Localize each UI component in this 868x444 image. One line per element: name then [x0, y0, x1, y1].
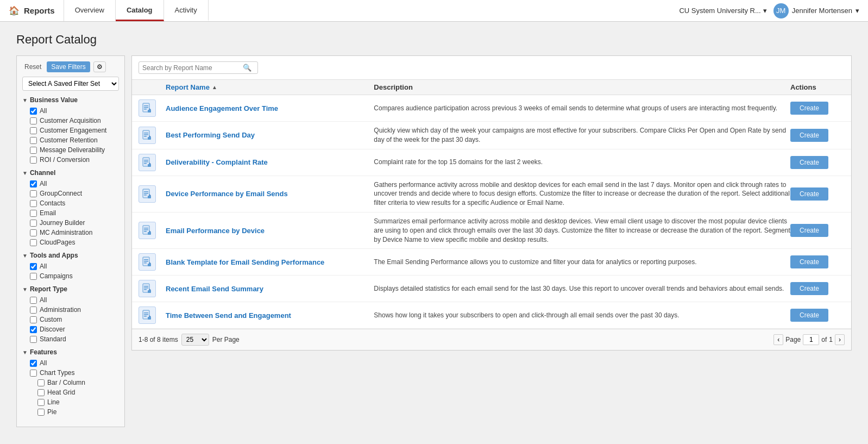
filter-ft-heat-grid: Heat Grid [22, 387, 119, 397]
reset-button[interactable]: Reset [22, 62, 43, 72]
svg-rect-19 [144, 191, 148, 192]
report-description: Complaint rate for the top 15 domains fo… [374, 158, 790, 167]
filter-ch-contacts: Contacts [22, 198, 119, 208]
channel-header[interactable]: ▼ Channel [22, 169, 119, 177]
svg-rect-13 [144, 160, 148, 161]
checkbox-rt-standard[interactable] [30, 336, 37, 343]
create-button[interactable]: Create [790, 187, 828, 201]
report-table-body: Audience Engagement Over Time Compares a… [132, 95, 851, 329]
table-row: Device Performance by Email Sends Gather… [132, 176, 851, 212]
checkbox-ft-line[interactable] [37, 399, 45, 406]
svg-marker-41 [149, 289, 151, 290]
checkbox-ft-bar-column[interactable] [37, 379, 45, 386]
report-name[interactable]: Blank Template for Email Sending Perform… [166, 258, 374, 266]
checkbox-ch-journey-builder[interactable] [30, 220, 37, 227]
checkbox-bv-message-deliverability[interactable] [30, 147, 37, 154]
tab-catalog[interactable]: Catalog [116, 0, 164, 21]
report-icon-cell [139, 99, 166, 117]
filter-bv-customer-acquisition: Customer Acquisition [22, 116, 119, 126]
save-filters-button[interactable]: Save Filters [47, 61, 90, 72]
checkbox-ch-contacts[interactable] [30, 200, 37, 207]
checkbox-ft-pie[interactable] [37, 409, 45, 416]
create-button[interactable]: Create [790, 156, 828, 169]
table-row: Audience Engagement Over Time Compares a… [132, 95, 851, 122]
report-type-arrow: ▼ [22, 286, 28, 292]
page-number-input[interactable] [803, 334, 819, 345]
checkbox-ta-campaigns[interactable] [30, 273, 37, 280]
svg-rect-16 [148, 164, 151, 167]
label-ch-mc-admin: MC Administration [40, 229, 92, 236]
home-section[interactable]: 🏠 Reports [0, 0, 64, 21]
filter-rt-discover: Discover [22, 324, 119, 334]
svg-rect-26 [144, 229, 148, 230]
tools-apps-label: Tools and Apps [30, 252, 78, 259]
create-button[interactable]: Create [790, 255, 828, 268]
filter-ft-chart-types: Chart Types [22, 368, 119, 378]
create-button[interactable]: Create [790, 282, 828, 295]
user-avatar: JM [773, 3, 789, 18]
catalog-search-bar: 🔍 [132, 56, 851, 80]
checkbox-ch-mc-admin[interactable] [30, 229, 37, 236]
report-name[interactable]: Deliverability - Complaint Rate [166, 158, 374, 166]
checkbox-bv-customer-engagement[interactable] [30, 127, 37, 134]
table-header: Report Name ▲ Description Actions [132, 80, 851, 95]
checkbox-ft-all[interactable] [30, 360, 37, 367]
report-name[interactable]: Email Performance by Device [166, 227, 374, 235]
create-button[interactable]: Create [790, 129, 828, 142]
filter-ch-groupconnect: GroupConnect [22, 189, 119, 198]
svg-rect-27 [144, 231, 147, 232]
business-value-header[interactable]: ▼ Business Value [22, 96, 119, 104]
report-name[interactable]: Audience Engagement Over Time [166, 104, 374, 112]
checkbox-bv-customer-retention[interactable] [30, 137, 37, 144]
checkbox-rt-administration[interactable] [30, 307, 37, 314]
svg-rect-40 [148, 290, 151, 293]
svg-rect-46 [148, 317, 151, 320]
create-button[interactable]: Create [790, 224, 828, 237]
checkbox-ch-all[interactable] [30, 180, 37, 187]
checkbox-rt-custom[interactable] [30, 316, 37, 323]
checkbox-ta-all[interactable] [30, 263, 37, 270]
user-section[interactable]: JM Jennifer Mortensen ▾ [773, 3, 859, 18]
checkbox-bv-roi-conversion[interactable] [30, 157, 37, 164]
checkbox-ch-email[interactable] [30, 210, 37, 217]
checkbox-ch-groupconnect[interactable] [30, 190, 37, 197]
per-page-label: Per Page [212, 336, 240, 343]
gear-button[interactable]: ⚙ [93, 61, 106, 72]
table-row: Recent Email Send Summary Displays detai… [132, 276, 851, 302]
checkbox-ft-chart-types[interactable] [30, 370, 37, 377]
report-actions: Create [790, 129, 845, 142]
report-name[interactable]: Best Performing Send Day [166, 131, 374, 139]
report-name[interactable]: Recent Email Send Summary [166, 285, 374, 293]
page-content: Report Catalog Reset Save Filters ⚙ Sele… [0, 22, 868, 438]
next-page-button[interactable]: › [835, 334, 845, 345]
create-button[interactable]: Create [790, 102, 828, 115]
prev-page-button[interactable]: ‹ [773, 334, 783, 345]
report-type-header[interactable]: ▼ Report Type [22, 285, 119, 293]
checkbox-ch-cloudpages[interactable] [30, 239, 37, 246]
report-name[interactable]: Device Performance by Email Sends [166, 190, 374, 198]
report-name[interactable]: Time Between Send and Engagement [166, 311, 374, 320]
checkbox-bv-customer-acquisition[interactable] [30, 117, 37, 124]
checkbox-ft-heat-grid[interactable] [37, 389, 45, 396]
checkbox-rt-discover[interactable] [30, 326, 37, 333]
tab-activity[interactable]: Activity [164, 0, 209, 21]
svg-rect-8 [144, 134, 148, 135]
per-page-select[interactable]: 2550100 [181, 334, 209, 346]
checkbox-bv-all[interactable] [30, 108, 37, 115]
checkbox-rt-all[interactable] [30, 297, 37, 304]
report-icon-cell [139, 222, 166, 239]
account-selector[interactable]: CU System University R... ▾ [679, 7, 766, 15]
features-header[interactable]: ▼ Features [22, 348, 119, 356]
tab-overview[interactable]: Overview [64, 0, 116, 21]
items-count: 1-8 of 8 items [139, 336, 178, 343]
col-report-name[interactable]: Report Name ▲ [166, 83, 374, 91]
nav-right-section: CU System University R... ▾ JM Jennifer … [679, 3, 868, 18]
search-icon: 🔍 [243, 64, 251, 72]
create-button[interactable]: Create [790, 309, 828, 322]
sidebar-toolbar: Reset Save Filters ⚙ [22, 61, 119, 72]
search-box: 🔍 [139, 61, 258, 74]
filter-set-select[interactable]: Select A Saved Filter Set [22, 77, 119, 91]
search-input[interactable] [142, 64, 243, 72]
filter-section-features: ▼ Features All Chart Types Bar / Column [22, 348, 119, 417]
tools-apps-header[interactable]: ▼ Tools and Apps [22, 252, 119, 259]
